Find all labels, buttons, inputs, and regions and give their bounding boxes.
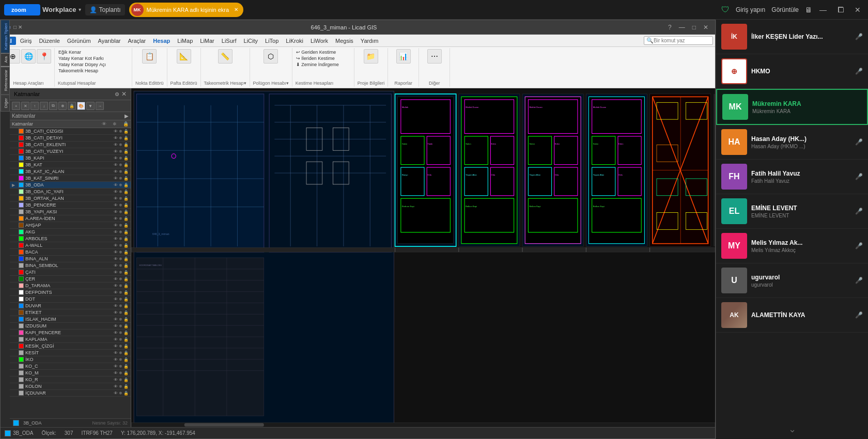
menu-ayariblar[interactable]: Ayarıblar — [95, 37, 124, 45]
zoom-active-user-button[interactable]: MK Mükremin KARA adlı kişinin ekra ✕ — [129, 3, 244, 17]
layer-row-4[interactable]: 3B_KAPI 👁 ❄ 🔒 — [10, 155, 131, 162]
layer-row-24[interactable]: DEFPOINTS 👁 ❄ 🔒 — [10, 289, 131, 296]
cad-close-btn[interactable]: ✕ — [701, 23, 711, 32]
layer-new-btn[interactable]: + — [12, 102, 20, 110]
cad-minimize-btn[interactable]: — — [676, 23, 688, 32]
layer-eye-34[interactable]: 👁 — [114, 357, 118, 362]
layer-eye-19[interactable]: 👁 — [114, 257, 118, 261]
layer-row-14[interactable]: AHŞAP 👁 ❄ 🔒 — [10, 222, 131, 229]
layer-eye-6[interactable]: 👁 — [114, 169, 118, 174]
takeometrik-btn[interactable]: 📏 — [218, 49, 233, 64]
layer-lock-15[interactable]: 🔒 — [123, 230, 129, 234]
participant-card-ugurvarol[interactable]: U ugurvarol ugurvarol 🎤 — [716, 263, 868, 298]
layer-freeze-20[interactable]: ❄ — [119, 263, 122, 268]
layer-row-13[interactable]: A.AREA-İDEN 👁 ❄ 🔒 — [10, 215, 131, 222]
layer-eye-0[interactable]: 👁 — [114, 129, 118, 134]
layer-lock-21[interactable]: 🔒 — [123, 270, 129, 275]
layer-eye-12[interactable]: 👁 — [114, 210, 118, 214]
layer-eye-39[interactable]: 👁 — [114, 391, 118, 396]
layer-lock-8[interactable]: 🔒 — [123, 183, 129, 187]
layer-eye-29[interactable]: 👁 — [114, 324, 118, 328]
layer-row-8[interactable]: ▶ 3B_ODA 👁 ❄ 🔒 — [10, 182, 131, 189]
layer-freeze-31[interactable]: ❄ — [119, 337, 122, 342]
participant-card-hasan[interactable]: HA Hasan Aday (HK...) Hasan Aday (HKMO .… — [716, 125, 868, 160]
layer-freeze-38[interactable]: ❄ — [119, 384, 122, 389]
zoom-view-button[interactable]: Görüntüle — [771, 6, 799, 13]
menu-litop[interactable]: LiTop — [262, 37, 282, 45]
pafta-editoru-btn[interactable]: 📐 — [177, 49, 191, 64]
geriden-kestime-btn[interactable]: ↩ Geriden Kestime — [296, 49, 337, 55]
layer-color-btn[interactable]: 🎨 — [77, 102, 85, 110]
layer-freeze-btn[interactable]: ❄ — [58, 102, 67, 110]
participant-card-mukremin[interactable]: MK Mükremin KARA Mükremin KARA — [716, 89, 868, 125]
menu-araclar[interactable]: Araçlar — [125, 37, 149, 45]
layer-lock-22[interactable]: 🔒 — [123, 277, 129, 281]
layer-eye-14[interactable]: 👁 — [114, 223, 118, 228]
layer-lock-10[interactable]: 🔒 — [123, 196, 129, 201]
layer-eye-20[interactable]: 👁 — [114, 263, 118, 268]
menu-yardim[interactable]: Yardım — [358, 37, 382, 45]
layer-eye-31[interactable]: 👁 — [114, 337, 118, 342]
layer-lock-11[interactable]: 🔒 — [123, 203, 129, 208]
layer-freeze-36[interactable]: ❄ — [119, 371, 122, 375]
layer-freeze-23[interactable]: ❄ — [119, 284, 122, 288]
layer-lock-20[interactable]: 🔒 — [123, 263, 129, 268]
layer-lock-36[interactable]: 🔒 — [123, 371, 129, 375]
layer-row-35[interactable]: KO_C 👁 ❄ 🔒 — [10, 363, 131, 370]
zoom-dropdown-icon[interactable]: ▾ — [79, 7, 81, 12]
raporlar-btn[interactable]: 📊 — [396, 49, 411, 64]
drawing-canvas[interactable]: 646_3_miman — [131, 88, 715, 427]
participant-card-hkmo[interactable]: ⊕ HKMO 🎤 — [716, 54, 868, 89]
layer-delete-btn[interactable]: ✕ — [21, 102, 29, 110]
participant-card-melis[interactable]: MY Melis Yılmaz Ak... Melis Yılmaz Akkoç… — [716, 229, 868, 263]
layer-row-30[interactable]: KAPI_PENCERE 👁 ❄ 🔒 — [10, 330, 131, 336]
projeksiyon-donusumu-btn[interactable]: 🌐 — [21, 49, 36, 64]
layer-freeze-9[interactable]: ❄ — [119, 190, 122, 194]
takeometrik-hesap-btn[interactable]: Takeometrik Hesap — [58, 68, 99, 74]
menu-limar[interactable]: LiMar — [197, 37, 218, 45]
layer-lock-12[interactable]: 🔒 — [123, 210, 129, 214]
layer-row-3[interactable]: 3B_CATI_YUZEYI 👁 ❄ 🔒 — [10, 148, 131, 155]
layer-lock-37[interactable]: 🔒 — [123, 378, 129, 382]
layer-freeze-19[interactable]: ❄ — [119, 257, 122, 261]
layer-row-5[interactable]: 3B_KAT 👁 ❄ 🔒 — [10, 162, 131, 168]
participant-card-alamettin[interactable]: AK ALAMETTİN KAYA 🎤 — [716, 298, 868, 333]
kenar-dusey-btn[interactable]: Yatay Kenar Düşey Açı — [58, 61, 106, 68]
layer-freeze-18[interactable]: ❄ — [119, 250, 122, 255]
layer-lock-32[interactable]: 🔒 — [123, 344, 129, 349]
menu-hesap[interactable]: Hesap — [150, 37, 173, 45]
layer-lock-1[interactable]: 🔒 — [123, 136, 129, 140]
layer-lock-3[interactable]: 🔒 — [123, 149, 129, 154]
menu-limap[interactable]: LiMap — [174, 37, 196, 45]
layer-lock-33[interactable]: 🔒 — [123, 351, 129, 355]
layer-row-22[interactable]: ÇER 👁 ❄ 🔒 — [10, 276, 131, 283]
layer-eye-37[interactable]: 👁 — [114, 378, 118, 382]
layer-row-21[interactable]: ÇATI 👁 ❄ 🔒 — [10, 269, 131, 276]
scroll-down-button[interactable]: ⌄ — [788, 424, 796, 435]
layer-freeze-34[interactable]: ❄ — [119, 357, 122, 362]
layer-copy-btn[interactable]: ⧉ — [49, 102, 57, 110]
layer-freeze-0[interactable]: ❄ — [119, 129, 122, 134]
layer-freeze-13[interactable]: ❄ — [119, 216, 122, 221]
layer-row-10[interactable]: 3B_ORTAK_ALAN 👁 ❄ 🔒 — [10, 195, 131, 202]
layer-eye-26[interactable]: 👁 — [114, 304, 118, 308]
menu-megsis[interactable]: Megsis — [332, 37, 357, 45]
layer-lock-13[interactable]: 🔒 — [123, 216, 129, 221]
layer-lock-26[interactable]: 🔒 — [123, 304, 129, 308]
layer-eye-10[interactable]: 👁 — [114, 196, 118, 201]
layer-row-17[interactable]: A-WALL 👁 ❄ 🔒 — [10, 242, 131, 249]
layer-freeze-27[interactable]: ❄ — [119, 310, 122, 315]
layer-row-16[interactable]: ARBOLES 👁 ❄ 🔒 — [10, 236, 131, 242]
layer-freeze-11[interactable]: ❄ — [119, 203, 122, 208]
layer-row-26[interactable]: DUVAR 👁 ❄ 🔒 — [10, 303, 131, 309]
layer-freeze-35[interactable]: ❄ — [119, 364, 122, 369]
layer-row-2[interactable]: 3B_CATI_EKLENTI 👁 ❄ 🔒 — [10, 142, 131, 148]
layer-row-9[interactable]: 3B_ODA_IC_YAFI 👁 ❄ 🔒 — [10, 189, 131, 195]
layer-row-36[interactable]: KO_M 👁 ❄ 🔒 — [10, 370, 131, 377]
ileriden-kestime-btn[interactable]: ↪ İleriden Kestime — [296, 55, 335, 61]
layer-eye-17[interactable]: 👁 — [114, 243, 118, 248]
layer-row-11[interactable]: 3B_PENCERE 👁 ❄ 🔒 — [10, 202, 131, 209]
layer-freeze-8[interactable]: ❄ — [119, 183, 122, 187]
zoom-meeting-button[interactable]: 👤 Toplantı — [85, 4, 125, 15]
win-restore-button[interactable]: ⧠ — [834, 5, 847, 15]
